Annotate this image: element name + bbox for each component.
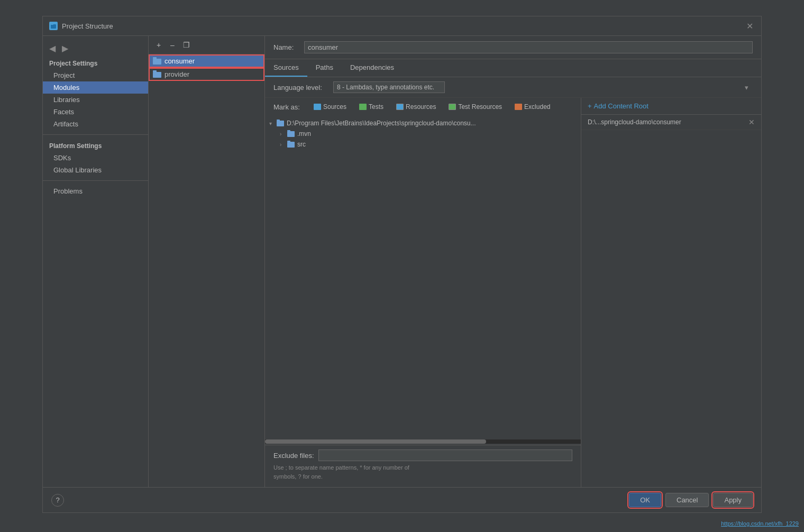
left-content: Mark as: Sources Tests Resources (265, 98, 581, 487)
tree-src-label: src (297, 141, 306, 148)
app-icon (49, 22, 58, 30)
platform-settings-header: Platform Settings (43, 139, 148, 152)
tree-item-src[interactable]: › src (265, 139, 581, 150)
help-button[interactable]: ? (51, 494, 64, 507)
svg-rect-1 (51, 23, 53, 25)
ok-button[interactable]: OK (629, 493, 661, 507)
exclude-files-input[interactable] (318, 450, 572, 461)
mark-sources-button[interactable]: Sources (309, 102, 351, 112)
close-button[interactable]: ✕ (744, 21, 755, 31)
exclude-label-row: Exclude files: (273, 450, 572, 461)
content-root-path: D:\...springcloud-damo\consumer (588, 118, 681, 126)
resources-color-icon (396, 104, 404, 110)
tab-dependencies[interactable]: Dependencies (342, 59, 403, 77)
sidebar-item-libraries[interactable]: Libraries (43, 94, 148, 106)
project-structure-dialog: Project Structure ✕ ◀ ▶ Project Settings… (42, 16, 762, 513)
language-level-wrapper: 8 - Lambdas, type annotations etc.7 - Di… (333, 81, 753, 93)
tree-folder-icon-root (277, 121, 284, 126)
add-module-button[interactable]: + (153, 39, 165, 51)
tree-toggle-root[interactable]: ▾ (269, 121, 277, 126)
sidebar-item-artifacts[interactable]: Artifacts (43, 118, 148, 130)
tree-folder-icon-src (287, 142, 295, 148)
tree-mvn-label: .mvn (297, 130, 311, 137)
tree-root-item[interactable]: ▾ D:\Program Files\JetBrains\IdeaProject… (265, 118, 581, 129)
scrollbar-thumb (265, 439, 486, 444)
apply-button[interactable]: Apply (713, 493, 753, 507)
tab-sources[interactable]: Sources (265, 59, 307, 77)
name-label: Name: (273, 43, 300, 51)
horizontal-scrollbar[interactable] (265, 439, 581, 444)
sidebar-item-sdks[interactable]: SDKs (43, 152, 148, 164)
content-area: Name: Sources Paths Dependencies Languag… (265, 36, 761, 487)
back-button[interactable]: ◀ (47, 42, 58, 54)
sidebar-item-modules[interactable]: Modules (43, 81, 148, 94)
test-resources-color-icon (449, 104, 456, 110)
exclude-section: Exclude files: Use ; to separate name pa… (265, 445, 581, 487)
watermark-link[interactable]: https://blog.csdn.net/xfh_1229 (721, 520, 799, 527)
add-content-root-label: Add Content Root (594, 102, 648, 110)
tabs-bar: Sources Paths Dependencies (265, 59, 761, 77)
exclude-label: Exclude files: (273, 452, 314, 460)
sources-color-icon (314, 104, 321, 110)
add-content-root-button[interactable]: + Add Content Root (581, 98, 761, 115)
folder-icon (153, 58, 161, 65)
sidebar: ◀ ▶ Project Settings Project Modules Lib… (43, 36, 149, 487)
language-level-row: Language level: 8 - Lambdas, type annota… (265, 77, 761, 98)
sidebar-item-facets[interactable]: Facets (43, 106, 148, 118)
copy-module-button[interactable]: ❐ (180, 39, 192, 51)
module-toolbar: + – ❐ (149, 36, 264, 54)
module-item-consumer[interactable]: consumer (149, 54, 264, 68)
forward-button[interactable]: ▶ (60, 42, 70, 54)
content-root-close-button[interactable]: ✕ (748, 118, 755, 126)
tree-folder-icon-mvn (287, 131, 295, 137)
title-bar-left: Project Structure (49, 22, 113, 30)
mark-excluded-button[interactable]: Excluded (510, 102, 554, 112)
tab-paths[interactable]: Paths (307, 59, 342, 77)
language-level-label: Language level: (273, 84, 329, 91)
module-item-provider[interactable]: provider (149, 68, 264, 81)
right-panel: + Add Content Root D:\...springcloud-dam… (581, 98, 761, 487)
name-row: Name: (265, 36, 761, 59)
title-bar: Project Structure ✕ (43, 16, 761, 36)
content-root-item: D:\...springcloud-damo\consumer ✕ (581, 115, 761, 130)
dialog-body: ◀ ▶ Project Settings Project Modules Lib… (43, 36, 761, 487)
module-panel: + – ❐ consumer provider (149, 36, 265, 487)
mark-as-bar: Mark as: Sources Tests Resources (265, 98, 581, 116)
module-list: consumer provider (149, 54, 264, 487)
mark-tests-button[interactable]: Tests (355, 102, 388, 112)
dialog-footer: ? OK Cancel Apply (43, 487, 761, 512)
sidebar-item-project[interactable]: Project (43, 69, 148, 81)
tree-toggle-mvn[interactable]: › (280, 131, 287, 137)
nav-buttons: ◀ ▶ (43, 40, 148, 57)
folder-icon (153, 71, 161, 78)
sidebar-item-problems[interactable]: Problems (43, 185, 148, 197)
tree-item-mvn[interactable]: › .mvn (265, 129, 581, 139)
sidebar-divider (43, 134, 148, 135)
language-level-select[interactable]: 8 - Lambdas, type annotations etc.7 - Di… (333, 81, 445, 93)
mark-resources-button[interactable]: Resources (392, 102, 440, 112)
tests-color-icon (359, 104, 367, 110)
sidebar-divider-2 (43, 180, 148, 181)
mark-as-label: Mark as: (273, 103, 305, 111)
svg-rect-0 (51, 24, 56, 29)
cancel-button[interactable]: Cancel (665, 493, 709, 507)
file-tree: ▾ D:\Program Files\JetBrains\IdeaProject… (265, 116, 581, 438)
tree-toggle-src[interactable]: › (280, 142, 287, 148)
dialog-title: Project Structure (62, 22, 113, 30)
excluded-color-icon (515, 104, 522, 110)
remove-module-button[interactable]: – (167, 39, 178, 51)
project-settings-header: Project Settings (43, 57, 148, 69)
exclude-hint: Use ; to separate name patterns, * for a… (273, 463, 572, 481)
tree-root-path: D:\Program Files\JetBrains\IdeaProjects\… (287, 120, 476, 127)
name-input[interactable] (304, 41, 753, 53)
add-icon: + (588, 102, 592, 110)
sidebar-item-global-libraries[interactable]: Global Libraries (43, 164, 148, 176)
mark-test-resources-button[interactable]: Test Resources (444, 102, 506, 112)
main-content: Mark as: Sources Tests Resources (265, 98, 761, 487)
